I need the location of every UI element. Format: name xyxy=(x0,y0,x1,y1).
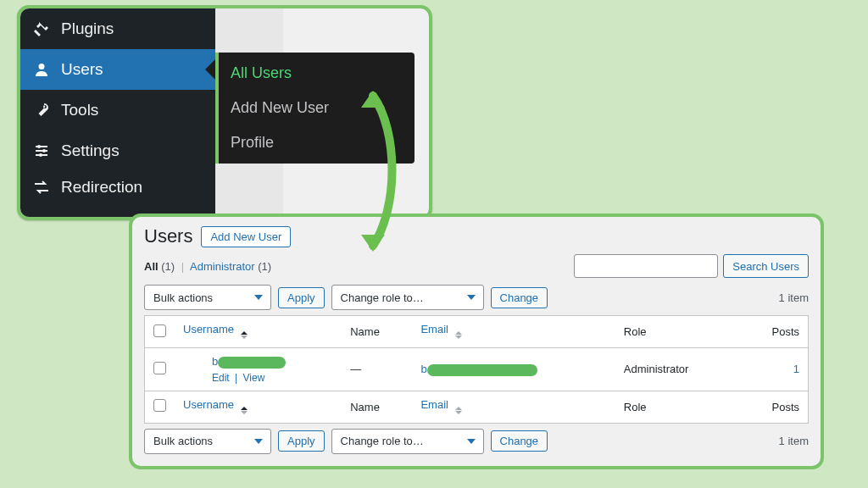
apply-bulk-button[interactable]: Apply xyxy=(278,287,325,308)
change-role-select-bottom[interactable]: Change role to… xyxy=(331,429,484,454)
bulk-actions-select-bottom[interactable]: Bulk actions xyxy=(144,429,271,454)
search-users-input[interactable] xyxy=(574,254,718,278)
filter-administrator[interactable]: Administrator xyxy=(190,260,255,273)
column-header-name[interactable]: Name xyxy=(342,316,412,348)
sort-indicator-icon xyxy=(455,403,462,418)
sidebar-item-users[interactable]: Users xyxy=(20,49,215,90)
row-name-cell: — xyxy=(342,348,412,391)
apply-bulk-button-bottom[interactable]: Apply xyxy=(278,430,325,452)
user-search: Search Users xyxy=(574,254,809,278)
filter-separator: | xyxy=(181,260,184,273)
sidebar-item-label: Tools xyxy=(61,101,98,119)
username-link[interactable]: b xyxy=(212,355,286,368)
bulk-actions-top: Bulk actions Apply Change role to… Chang… xyxy=(144,285,548,310)
filter-all[interactable]: All xyxy=(144,260,159,273)
submenu-item-profile[interactable]: Profile xyxy=(219,125,415,160)
change-role-button[interactable]: Change xyxy=(491,287,548,308)
wrench-icon xyxy=(32,101,51,119)
add-new-user-button[interactable]: Add New User xyxy=(201,226,291,247)
footer-checkbox-cell xyxy=(145,391,175,423)
row-role-cell: Administrator xyxy=(615,348,740,391)
row-posts-cell: 1 xyxy=(740,348,809,391)
admin-sidebar: Plugins Users Tools Settings Redirection xyxy=(20,8,215,217)
row-checkbox[interactable] xyxy=(153,362,166,374)
column-header-role[interactable]: Role xyxy=(615,316,740,348)
page-header: Users Add New User xyxy=(144,225,809,247)
svg-point-0 xyxy=(39,64,45,69)
admin-menu-card: Plugins Users Tools Settings Redirection xyxy=(17,5,432,220)
view-user-link[interactable]: View xyxy=(243,372,265,384)
sort-indicator-icon xyxy=(455,328,462,342)
column-footer-posts[interactable]: Posts xyxy=(740,391,809,423)
sidebar-item-label: Settings xyxy=(61,141,120,160)
tablenav-bottom: Bulk actions Apply Change role to… Chang… xyxy=(144,429,809,454)
sidebar-item-settings[interactable]: Settings xyxy=(20,130,215,171)
row-actions: Edit | View xyxy=(212,372,333,384)
user-icon xyxy=(32,60,51,79)
users-table: Username Name Email Role Posts xyxy=(144,315,809,424)
select-all-checkbox-footer[interactable] xyxy=(153,399,166,412)
change-role-button-bottom[interactable]: Change xyxy=(491,430,548,452)
row-email-cell: b xyxy=(412,348,615,391)
sidebar-item-label: Plugins xyxy=(61,19,114,38)
sidebar-item-label: Redirection xyxy=(61,178,142,197)
column-header-posts[interactable]: Posts xyxy=(740,316,809,348)
table-header-row: Username Name Email Role Posts xyxy=(145,316,809,348)
filters-row: All (1) | Administrator (1) Search Users xyxy=(144,254,809,278)
users-submenu: All Users Add New User Profile xyxy=(215,53,415,164)
change-role-select[interactable]: Change role to… xyxy=(331,285,484,310)
header-checkbox-cell xyxy=(145,316,175,348)
svg-point-3 xyxy=(39,153,42,157)
svg-point-2 xyxy=(42,149,46,152)
submenu-item-add-new-user[interactable]: Add New User xyxy=(219,91,415,125)
column-footer-name[interactable]: Name xyxy=(342,391,412,423)
filter-all-count: (1) xyxy=(161,260,175,273)
sliders-icon xyxy=(32,141,51,160)
bulk-actions-bottom: Bulk actions Apply Change role to… Chang… xyxy=(144,429,548,454)
sort-indicator-icon xyxy=(241,403,248,418)
row-avatar-cell xyxy=(175,348,203,391)
table-footer-row: Username Name Email Role Posts xyxy=(145,391,809,423)
column-footer-email[interactable]: Email xyxy=(412,391,615,423)
column-header-username[interactable]: Username xyxy=(175,316,342,348)
page-title: Users xyxy=(144,225,192,247)
search-users-button[interactable]: Search Users xyxy=(723,254,809,278)
item-count-bottom: 1 item xyxy=(779,435,809,447)
table-row: b Edit | View — b Administrator 1 xyxy=(145,348,809,391)
bulk-actions-select[interactable]: Bulk actions xyxy=(144,285,271,310)
item-count-top: 1 item xyxy=(779,291,809,304)
sidebar-item-plugins[interactable]: Plugins xyxy=(20,8,215,49)
sidebar-item-tools[interactable]: Tools xyxy=(20,90,215,130)
tablenav-top: Bulk actions Apply Change role to… Chang… xyxy=(144,285,809,310)
svg-point-1 xyxy=(37,145,41,148)
column-footer-role[interactable]: Role xyxy=(615,391,740,423)
column-header-email[interactable]: Email xyxy=(412,316,615,348)
view-filters: All (1) | Administrator (1) xyxy=(144,260,271,273)
edit-user-link[interactable]: Edit xyxy=(212,372,230,384)
column-footer-username[interactable]: Username xyxy=(175,391,342,423)
submenu-item-all-users[interactable]: All Users xyxy=(219,56,415,91)
users-admin-panel: Users Add New User All (1) | Administrat… xyxy=(129,214,824,469)
row-checkbox-cell xyxy=(145,348,175,391)
select-all-checkbox[interactable] xyxy=(153,324,166,337)
email-link[interactable]: b xyxy=(420,363,537,375)
sidebar-item-label: Users xyxy=(61,60,103,79)
redirect-icon xyxy=(32,178,51,197)
row-username-cell: b Edit | View xyxy=(203,348,342,391)
sidebar-item-redirection[interactable]: Redirection xyxy=(20,171,215,203)
sort-indicator-icon xyxy=(241,328,248,342)
action-divider: | xyxy=(235,372,237,384)
posts-count-link[interactable]: 1 xyxy=(793,363,799,375)
plugin-icon xyxy=(32,19,51,38)
filter-admin-count: (1) xyxy=(258,260,271,273)
